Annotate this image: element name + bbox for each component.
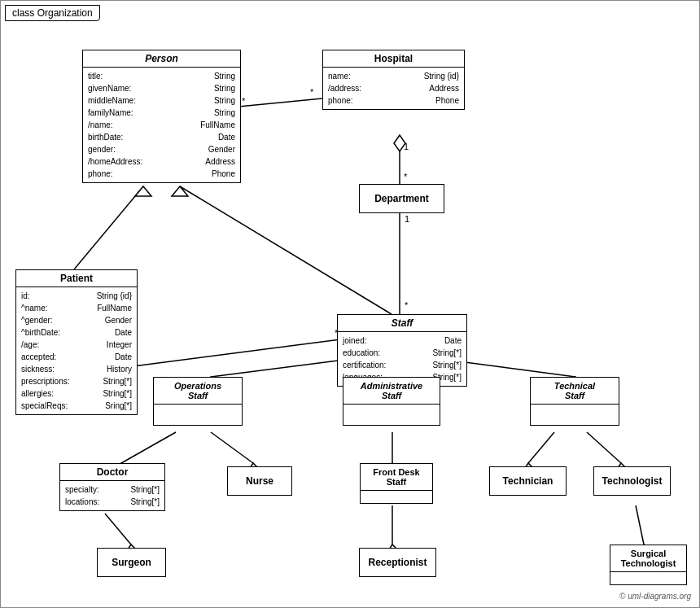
- doctor-attrs: specialty:String[*] locations:String[*]: [60, 481, 164, 510]
- svg-marker-8: [394, 135, 405, 151]
- receptionist-box: Receptionist: [359, 548, 436, 577]
- svg-line-14: [211, 359, 351, 377]
- svg-marker-6: [172, 186, 188, 196]
- svg-line-29: [528, 432, 554, 463]
- diagram-container: class Organization * * 1 * 1 *: [0, 0, 700, 608]
- svg-line-0: [238, 98, 322, 107]
- svg-text:1: 1: [404, 142, 409, 151]
- svg-line-33: [105, 514, 131, 545]
- front-desk-staff-box: Front Desk Staff: [360, 463, 433, 504]
- administrative-staff-title: Administrative Staff: [343, 378, 440, 405]
- person-box: Person title:String givenName:String mid…: [82, 50, 241, 183]
- technician-title: Technician: [503, 475, 553, 487]
- surgeon-title: Surgeon: [112, 557, 151, 568]
- technologist-box: Technologist: [593, 466, 671, 496]
- department-box: Department: [359, 184, 444, 213]
- svg-text:*: *: [405, 300, 409, 310]
- svg-line-31: [587, 432, 621, 463]
- receptionist-title: Receptionist: [368, 557, 427, 568]
- technologist-title: Technologist: [602, 475, 663, 487]
- svg-text:*: *: [310, 87, 314, 97]
- patient-box: Patient id:String {id} ^name:FullName ^g…: [15, 269, 138, 415]
- staff-box: Staff joined:Date education:String[*] ce…: [337, 314, 467, 387]
- svg-text:*: *: [404, 172, 408, 182]
- hospital-attrs: name:String {id} /address:Address phone:…: [323, 68, 464, 109]
- administrative-staff-box: Administrative Staff: [343, 377, 440, 426]
- hospital-title: Hospital: [323, 50, 464, 68]
- svg-line-3: [74, 186, 143, 269]
- technician-box: Technician: [489, 466, 567, 496]
- surgeon-box: Surgeon: [97, 548, 166, 577]
- front-desk-staff-title: Front Desk Staff: [361, 464, 432, 491]
- surgical-technologist-box: Surgical Technologist: [610, 545, 687, 585]
- svg-marker-4: [135, 186, 151, 196]
- operations-staff-title: Operations Staff: [154, 378, 242, 405]
- patient-title: Patient: [16, 270, 137, 287]
- svg-line-23: [121, 432, 176, 463]
- nurse-box: Nurse: [227, 466, 292, 496]
- technical-staff-title: Technical Staff: [531, 378, 619, 405]
- nurse-title: Nurse: [246, 475, 273, 487]
- svg-line-25: [211, 432, 253, 463]
- doctor-box: Doctor specialty:String[*] locations:Str…: [59, 463, 165, 511]
- svg-line-37: [636, 505, 644, 545]
- svg-text:*: *: [242, 96, 246, 106]
- hospital-box: Hospital name:String {id} /address:Addre…: [322, 50, 465, 110]
- department-title: Department: [360, 190, 444, 208]
- copyright: © uml-diagrams.org: [619, 592, 691, 601]
- person-attrs: title:String givenName:String middleName…: [83, 68, 240, 182]
- technical-staff-box: Technical Staff: [530, 377, 619, 426]
- operations-staff-box: Operations Staff: [153, 377, 243, 426]
- doctor-title: Doctor: [60, 464, 164, 481]
- patient-attrs: id:String {id} ^name:FullName ^gender:Ge…: [16, 287, 137, 414]
- person-title: Person: [83, 50, 240, 68]
- staff-title: Staff: [338, 315, 466, 332]
- diagram-title: class Organization: [5, 5, 100, 21]
- svg-line-20: [127, 339, 347, 367]
- svg-text:1: 1: [405, 214, 409, 224]
- surgical-technologist-title: Surgical Technologist: [610, 545, 686, 572]
